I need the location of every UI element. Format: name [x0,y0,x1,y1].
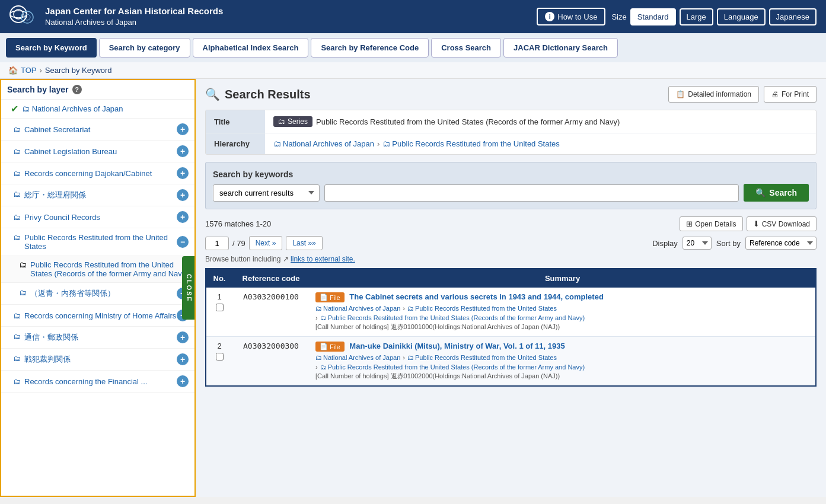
tab-dictionary[interactable]: JACAR Dictionary Search [503,38,618,58]
results-header: 🔍 Search Results 📋 Detailed information … [205,86,817,103]
path-link-2a[interactable]: 🗂 National Archives of Japan [315,354,400,361]
record-title-2: 📄 File Man-uke Dainikki (Mitsu), Ministr… [315,342,809,352]
record-title-1: 📄 File The Cabinet secrets and various s… [315,292,809,302]
hierarchy-sep: › [377,139,379,148]
nav-tabs: Search by Keyword Search by category Alp… [0,33,826,62]
content-area: 🔍 Search Results 📋 Detailed information … [196,79,826,497]
display-select[interactable]: 20 50 100 [683,237,712,250]
help-icon[interactable]: ? [72,85,82,94]
folder-icon: 🗂 [13,377,21,386]
detailed-info-button[interactable]: 📋 Detailed information [668,86,759,103]
hierarchy-link-1[interactable]: 🗂 National Archives of Japan [273,139,374,148]
table-body: 1 A03032000100 📄 File The [206,288,816,386]
results-meta: 1576 matches 1-20 ⊞ Open Details ⬇ CSV D… [205,216,817,231]
record-call-1: [Call Number of holdings] 返赤01001000(Hol… [315,323,809,331]
path-sep: › [403,354,405,361]
path-link-2b[interactable]: 🗂 Public Records Restituted from the Uni… [407,354,557,361]
display-label: Display [652,239,678,248]
folder-icon: 🗂 [315,354,322,361]
path-link-1b[interactable]: 🗂 Public Records Restituted from the Uni… [407,305,557,312]
sidebar-item-cabinet-legislation[interactable]: 🗂 Cabinet Legislation Bureau + [1,141,194,162]
expand-button[interactable]: + [177,375,189,387]
sidebar-item-financial[interactable]: 🗂 Records concerning the Financial ... + [1,371,194,393]
size-standard-button[interactable]: Standard [630,8,676,25]
header: Japan Center for Asian Historical Record… [0,0,826,33]
download-icon: ⬇ [753,219,760,228]
sidebar-item-home-affairs[interactable]: 🗂 Records concerning Ministry of Home Af… [1,305,194,327]
keyword-search-title: Search by keywords [213,170,809,179]
record-link-2[interactable]: Man-uke Dainikki (Mitsu), Ministry of Wa… [349,342,565,350]
next-button[interactable]: Next » [249,236,283,250]
results-table: No. Reference code Summary 1 A030320001 [205,268,817,387]
logo-text: Japan Center for Asian Historical Record… [45,5,223,28]
how-to-use-button[interactable]: i How to Use [537,8,605,25]
page-input[interactable] [205,237,229,250]
path-link-1a[interactable]: 🗂 National Archives of Japan [315,305,400,312]
sidebar-item-national-archives[interactable]: ✔ 🗂 National Archives of Japan [1,100,194,119]
size-large-button[interactable]: Large [680,8,713,25]
hierarchy-breadcrumb: 🗂 National Archives of Japan › 🗂 Public … [273,139,560,148]
sidebar-item-records-dajokan[interactable]: 🗂 Records concerning Dajokan/Cabinet + [1,162,194,184]
breadcrumb-current: Search by Keyword [45,66,112,75]
browse-link[interactable]: links to external site. [291,255,355,263]
sidebar: Search by layer ? ✔ 🗂 National Archives … [0,79,196,497]
record-call-2: [Call Number of holdings] 返赤01002000(Hol… [315,372,809,381]
last-button[interactable]: Last »» [286,236,322,250]
plus-icon: ⊞ [686,219,693,228]
for-print-button[interactable]: 🖨 For Print [764,86,817,103]
path-link-1c[interactable]: 🗂 Public Records Restituted from the Uni… [320,314,585,321]
keyword-scope-select[interactable]: search current results [213,184,320,202]
title-value: 🗂 Series Public Records Restituted from … [265,110,628,133]
expand-button[interactable]: + [177,167,189,179]
sidebar-item-senpan[interactable]: 🗂 戦犯裁判関係 + [1,349,194,371]
sidebar-item-somucho[interactable]: 🗂 総庁・総理府関係 + [1,184,194,206]
row-checkbox-2[interactable] [216,353,224,361]
expand-button[interactable]: + [177,331,189,343]
sort-select[interactable]: Reference code Title [745,237,817,250]
folder-icon: 🗂 [13,311,21,320]
open-details-button[interactable]: ⊞ Open Details [680,216,742,231]
check-icon: ✔ [11,103,18,114]
tab-cross[interactable]: Cross Search [431,38,501,58]
tab-reference[interactable]: Search by Reference Code [311,38,429,58]
path-link-2c[interactable]: 🗂 Public Records Restituted from the Uni… [320,363,585,371]
expand-button[interactable]: + [177,145,189,157]
collapse-button[interactable]: − [177,236,189,248]
japanese-button[interactable]: Japanese [769,8,817,25]
sidebar-item-privy-council[interactable]: 🗂 Privy Council Records + [1,206,194,228]
sidebar-item-label: 🗂 Cabinet Secretariat [13,125,177,134]
expand-button[interactable]: + [177,123,189,135]
col-refcode: Reference code [232,269,310,288]
keyword-input[interactable] [324,184,739,202]
info-icon: i [545,12,554,21]
hierarchy-link-2[interactable]: 🗂 Public Records Restituted from the Uni… [382,139,560,148]
results-title: 🔍 Search Results [205,87,311,101]
sidebar-item-public-records[interactable]: 🗂 Public Records Restituted from the Uni… [1,228,194,256]
folder-icon: 🗂 [13,147,21,156]
print-icon: 🖨 [771,90,779,98]
expand-button[interactable]: + [177,353,189,365]
sidebar-item-cabinet-secretariat[interactable]: 🗂 Cabinet Secretariat + [1,119,194,141]
file-badge-2: 📄 File [315,342,345,352]
language-button[interactable]: Language [717,8,766,25]
folder-icon: 🗂 [407,354,414,361]
sidebar-sub-item-public-records-army-navy[interactable]: 🗂 Public Records Restituted from the Uni… [1,256,194,283]
record-link-1[interactable]: The Cabinet secrets and various secrets … [349,292,603,301]
expand-button[interactable]: + [177,211,189,223]
row-checkbox-1[interactable] [216,304,224,311]
breadcrumb-top[interactable]: TOP [21,66,37,75]
sidebar-item-kasei[interactable]: 🗂 （返青・内務省等関係） + [1,283,194,305]
browse-note-text: Browse button including [205,255,280,263]
sidebar-item-tsushin[interactable]: 🗂 通信・郵政関係 + [1,327,194,349]
sidebar-close-button[interactable]: CLOSE [182,256,195,320]
tab-category[interactable]: Search by category [99,38,190,58]
tab-keyword[interactable]: Search by Keyword [6,38,97,58]
td-no-1: 1 [206,288,232,337]
logo: Japan Center for Asian Historical Record… [9,5,223,28]
expand-button[interactable]: + [177,189,189,201]
tab-alphabetical[interactable]: Alphabetical Index Search [193,38,309,58]
search-button[interactable]: 🔍 Search [744,184,809,202]
results-actions: 📋 Detailed information 🖨 For Print [668,86,817,103]
info-icon: 📋 [676,90,685,98]
csv-download-button[interactable]: ⬇ CSV Download [747,216,817,231]
